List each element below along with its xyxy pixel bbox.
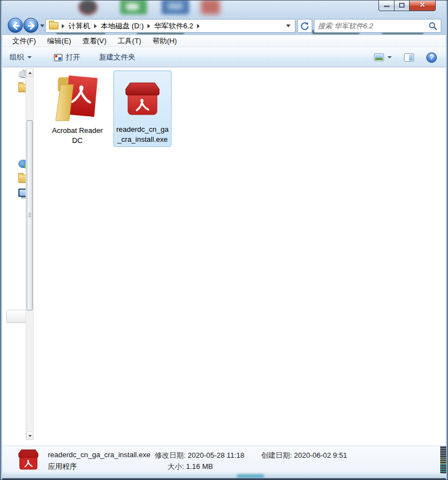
chevron-down-icon	[27, 56, 32, 58]
modified-label: 修改日期:	[155, 451, 186, 459]
installer-box-icon	[114, 71, 171, 119]
help-icon: ?	[426, 52, 437, 63]
maximize-button[interactable]	[395, 1, 410, 11]
file-label: readerdc_cn_ga _cra_install.exe	[114, 125, 171, 145]
menu-tools[interactable]: 工具(T)	[112, 35, 147, 47]
search-box	[314, 19, 441, 33]
details-size: 大小: 1.16 MB	[168, 462, 213, 472]
breadcrumb-computer[interactable]: 计算机	[66, 21, 93, 31]
breadcrumb-separator-icon	[197, 24, 200, 28]
menu-view[interactable]: 查看(V)	[77, 35, 112, 47]
explorer-window: ✕ 计算机 本地磁盘 (D:) 华军软件6.2	[0, 0, 448, 480]
command-bar: 组织 打开 新建文件夹 ?	[2, 48, 446, 67]
blurred-taskbar-glow	[237, 474, 264, 478]
preview-pane-button[interactable]	[402, 51, 416, 65]
new-folder-label: 新建文件夹	[99, 52, 135, 62]
close-button[interactable]: ✕	[410, 1, 436, 11]
details-modified: 修改日期: 2020-05-28 11:18	[155, 451, 244, 461]
application-window-icon	[54, 54, 62, 61]
back-arrow-icon	[11, 21, 21, 31]
blurred-desktop-icon-qq	[78, 1, 97, 15]
breadcrumb-separator-icon	[62, 24, 65, 28]
cloud-icon[interactable]	[18, 70, 26, 78]
breadcrumb-local-disk-d[interactable]: 本地磁盘 (D:)	[98, 21, 146, 31]
menu-bar: 文件(F) 编辑(E) 查看(V) 工具(T) 帮助(H)	[2, 35, 446, 47]
vertical-scrollbar[interactable]	[26, 68, 34, 440]
file-item-folder[interactable]: Acrobat Reader DC	[48, 70, 107, 146]
modified-value: 2020-05-28 11:18	[188, 451, 244, 459]
navigation-pane[interactable]	[2, 67, 26, 446]
organize-button[interactable]: 组织	[4, 50, 37, 65]
details-created: 创建日期: 2020-06-02 9:51	[261, 451, 347, 461]
preview-pane-icon	[404, 53, 414, 62]
scroll-up-button[interactable]	[26, 68, 33, 77]
change-view-button[interactable]	[372, 51, 394, 64]
blurred-desktop-icon-red	[201, 1, 220, 14]
folder-acrobat-icon	[48, 70, 107, 121]
scrollbar-thumb[interactable]	[27, 120, 33, 310]
created-label: 创建日期:	[261, 451, 292, 459]
horizontal-scrollbar-thumb[interactable]	[6, 310, 26, 323]
forward-arrow-icon	[26, 21, 37, 31]
blurred-taskbar-indicator	[440, 446, 446, 473]
search-icon[interactable]	[429, 22, 437, 31]
close-icon: ✕	[410, 1, 435, 9]
details-file-type: 应用程序	[48, 462, 77, 472]
open-label: 打开	[66, 52, 80, 62]
refresh-icon	[300, 21, 309, 31]
arrow-down-icon	[28, 435, 32, 437]
minimize-icon	[384, 6, 390, 7]
window-border-right	[446, 1, 447, 479]
window-controls: ✕	[378, 1, 436, 11]
menu-file[interactable]: 文件(F)	[7, 35, 42, 47]
menu-edit[interactable]: 编辑(E)	[42, 35, 77, 47]
recent-pages-dropdown-icon[interactable]	[40, 24, 45, 27]
help-button[interactable]: ?	[424, 50, 439, 66]
selected-file-icon	[17, 449, 40, 472]
window-border-left	[1, 1, 2, 479]
open-button[interactable]: 打开	[49, 50, 85, 65]
created-value: 2020-06-02 9:51	[294, 451, 347, 459]
folder-icon[interactable]	[18, 84, 26, 92]
blurred-desktop-icon-green	[120, 1, 147, 14]
window-border-bottom	[1, 472, 447, 479]
views-icon	[374, 53, 384, 61]
scroll-down-button[interactable]	[26, 432, 33, 440]
minimize-button[interactable]	[378, 1, 395, 11]
details-pane: readerdc_cn_ga_cra_install.exe 应用程序 修改日期…	[2, 446, 446, 473]
blurred-desktop-icon-blue	[161, 1, 189, 14]
address-dropdown-icon[interactable]	[286, 24, 291, 27]
size-label: 大小:	[168, 462, 184, 471]
search-input[interactable]	[314, 22, 429, 30]
computer-icon[interactable]	[18, 189, 26, 197]
menu-help[interactable]: 帮助(H)	[147, 35, 183, 47]
new-folder-button[interactable]: 新建文件夹	[94, 50, 140, 65]
details-file-name: readerdc_cn_ga_cra_install.exe	[48, 451, 150, 459]
refresh-button[interactable]	[297, 19, 312, 33]
forward-button[interactable]	[23, 18, 38, 33]
breadcrumb-separator-icon	[94, 24, 97, 28]
organize-label: 组织	[9, 52, 24, 62]
folder-icon	[49, 22, 58, 29]
file-item-selected-exe[interactable]: readerdc_cn_ga _cra_install.exe	[114, 71, 171, 147]
folder-icon[interactable]	[18, 175, 26, 183]
file-list-area[interactable]: Acrobat Reader DC	[34, 67, 447, 446]
chevron-down-icon	[387, 56, 392, 58]
arrow-up-icon	[28, 72, 32, 74]
back-button[interactable]	[8, 18, 23, 33]
breadcrumb-separator-icon	[147, 24, 150, 28]
size-value: 1.16 MB	[186, 462, 213, 471]
breadcrumb-current-folder[interactable]: 华军软件6.2	[151, 21, 196, 31]
maximize-icon	[399, 3, 405, 8]
network-icon[interactable]	[18, 160, 26, 168]
address-bar[interactable]: 计算机 本地磁盘 (D:) 华军软件6.2	[45, 19, 296, 33]
file-label: Acrobat Reader DC	[48, 126, 107, 146]
toolbar-right-group: ?	[370, 50, 439, 66]
